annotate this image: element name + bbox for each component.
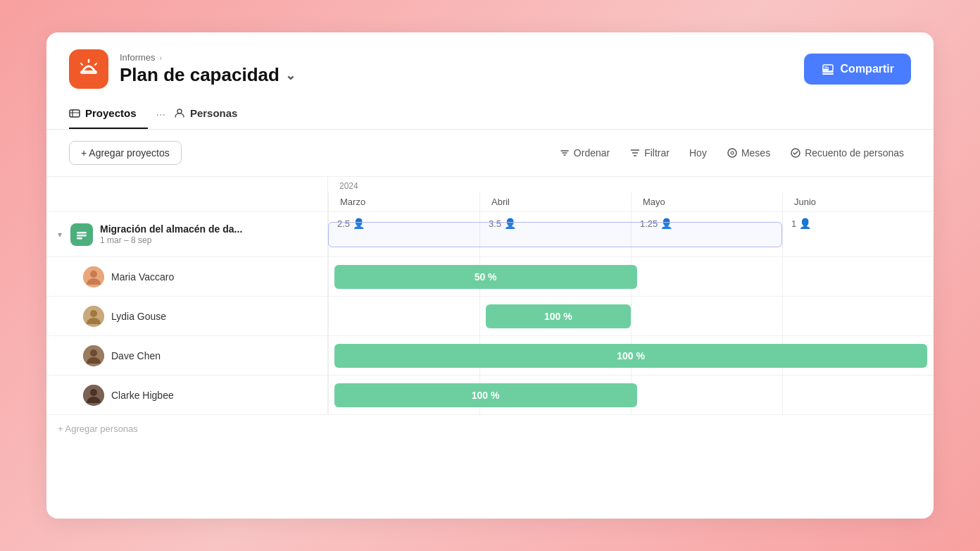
tab-personas[interactable]: Personas [174,100,249,129]
month-mayo: Mayo [631,192,782,211]
project-dates: 1 mar – 8 sep [100,235,242,245]
sort-icon [559,147,570,159]
person-count-label: Recuento de personas [805,147,904,159]
month-abril: Abril [479,192,631,211]
main-card: Informes › Plan de capacidad ⌄ lh Compar… [46,32,934,519]
person-icon-3: 👤 [799,218,811,229]
gantt-right-header: 2024 Marzo Abril Mayo Junio [328,177,934,211]
person-name-1: Lydia Gouse [111,311,166,322]
avatar-dave [83,345,104,366]
capacity-value-3: 1 [791,218,796,229]
bar-clarke[interactable]: 100 % [334,383,637,407]
tab-personas-label: Personas [190,107,238,119]
svg-rect-24 [77,237,82,240]
page-title: Plan de capacidad ⌄ [120,64,296,86]
person-left-3: Clarke Higbee [46,376,328,414]
months-row: Marzo Abril Mayo Junio [328,192,934,211]
person-row-0: Maria Vaccaro 50 % [46,256,934,296]
tab-proyectos[interactable]: Proyectos [69,100,148,129]
filter-action[interactable]: Filtrar [622,143,677,163]
breadcrumb-text[interactable]: Informes [120,52,156,63]
header: Informes › Plan de capacidad ⌄ lh Compar… [46,32,934,89]
tab-proyectos-label: Proyectos [85,107,137,119]
avatar-clarke [83,385,104,406]
gantt-header: 2024 Marzo Abril Mayo Junio [46,176,934,211]
project-left-cell: ▾ Migración del almacén de da... 1 mar –… [46,212,328,256]
title-chevron-icon[interactable]: ⌄ [285,68,296,83]
filter-icon [629,147,641,159]
svg-point-28 [90,310,97,317]
person-right-0: 50 % [328,257,934,296]
svg-rect-23 [77,235,87,237]
svg-point-20 [731,151,734,154]
bar-label-0: 50 % [475,271,497,283]
svg-line-2 [81,63,82,65]
months-icon [727,147,738,159]
title-area: Informes › Plan de capacidad ⌄ [120,52,296,86]
personas-icon [174,108,185,119]
today-action[interactable]: Hoy [682,143,714,163]
header-left: Informes › Plan de capacidad ⌄ [69,49,296,89]
person-right-2: 100 % [328,336,934,375]
person-name-0: Maria Vaccaro [111,271,174,283]
add-person-label: + Agregar personas [58,423,138,434]
svg-point-32 [90,389,97,396]
project-icon [70,223,93,246]
person-right-3: 100 % [328,376,934,414]
gantt-wrapper: 2024 Marzo Abril Mayo Junio ▾ [46,176,934,442]
bar-label-2: 100 % [617,350,645,361]
add-projects-button[interactable]: + Agregar proyectos [69,141,182,165]
svg-point-12 [177,109,182,113]
project-row: ▾ Migración del almacén de da... 1 mar –… [46,211,934,256]
month-junio: Junio [782,192,934,211]
svg-rect-22 [77,232,87,234]
tabs: Proyectos ··· Personas [46,100,934,130]
months-label: Meses [741,147,770,159]
project-right-cell: 2.5 👤 3.5 👤 1.25 👤 [328,212,934,256]
bar-maria[interactable]: 50 % [334,265,637,289]
bar-dave[interactable]: 100 % [334,344,928,368]
avatar-lydia [83,306,104,327]
tab-more-icon[interactable]: ··· [153,109,168,121]
person-left-1: Lydia Gouse [46,297,328,335]
project-info: Migración del almacén de da... 1 mar – 8… [100,223,242,245]
person-left-2: Dave Chen [46,336,328,375]
svg-point-19 [728,149,736,157]
svg-line-3 [95,63,96,65]
avatar-maria [83,266,104,287]
months-action[interactable]: Meses [720,143,777,163]
bar-lydia[interactable]: 100 % [486,304,631,328]
person-row-1: Lydia Gouse 100 % [46,296,934,335]
sort-action[interactable]: Ordenar [552,143,617,163]
person-count-action[interactable]: Recuento de personas [783,143,911,163]
svg-text:lh: lh [824,66,829,70]
svg-rect-5 [822,73,834,75]
person-row-2: Dave Chen 100 % [46,335,934,375]
person-left-0: Maria Vaccaro [46,257,328,296]
bar-label-1: 100 % [544,311,572,322]
proyectos-icon [69,108,80,119]
filter-label: Filtrar [644,147,670,159]
collapse-icon[interactable]: ▾ [58,230,62,240]
app-icon [69,49,108,89]
project-month-3: 1 👤 [782,212,934,256]
sort-label: Ordenar [574,147,610,159]
add-person-row: + Agregar personas [46,414,934,442]
svg-point-30 [90,349,97,357]
person-name-3: Clarke Higbee [111,390,174,401]
person-right-1: 100 % [328,297,934,335]
project-outline-bar [328,222,782,247]
capacity-3: 1 👤 [783,212,934,235]
breadcrumb-chevron-icon: › [160,54,163,62]
year-label: 2024 [328,177,934,192]
svg-point-26 [90,271,97,278]
person-row-3: Clarke Higbee 100 % [46,375,934,414]
share-button[interactable]: lh Compartir [804,54,911,85]
gantt-left-header [46,177,328,211]
add-projects-label: + Agregar proyectos [81,147,170,159]
breadcrumb: Informes › [120,52,296,63]
share-btn-label: Compartir [841,63,894,75]
month-marzo: Marzo [328,192,479,211]
add-person-button[interactable]: + Agregar personas [58,423,138,434]
svg-rect-9 [70,110,80,117]
